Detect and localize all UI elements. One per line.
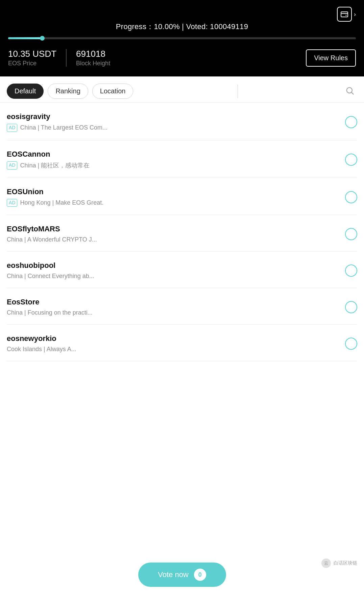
item-desc-text: Cook Islands | Always A... <box>7 346 76 353</box>
block-height-label: Block Height <box>76 60 110 67</box>
item-select-radio[interactable] <box>345 338 357 350</box>
item-desc-row: China | A Wonderful CRYPTO J... <box>7 236 340 243</box>
list-item-content: eosnewyorkioCook Islands | Always A... <box>7 334 340 353</box>
tab-default[interactable]: Default <box>7 84 44 99</box>
list-item[interactable]: eosnewyorkioCook Islands | Always A... <box>7 325 357 361</box>
eos-price-stat: 10.35 USDT EOS Price <box>8 49 56 67</box>
list-item-content: eoshuobipoolChina | Connect Everything a… <box>7 261 340 280</box>
item-desc-text: Hong Kong | Make EOS Great. <box>20 199 103 206</box>
header-top-row: › <box>8 7 356 22</box>
search-button[interactable] <box>342 83 357 99</box>
list-item-content: EOSflytoMARSChina | A Wonderful CRYPTO J… <box>7 225 340 243</box>
list-item-content: EOSCannonADChina | 能社区，感动常在 <box>7 150 340 169</box>
svg-point-1 <box>346 15 347 16</box>
list-item[interactable]: eoshuobipoolChina | Connect Everything a… <box>7 252 357 288</box>
item-desc-row: China | Connect Everything ab... <box>7 273 340 280</box>
item-name: eosisgravity <box>7 112 340 121</box>
progress-bar-fill <box>8 37 43 39</box>
ad-badge: AD <box>7 161 17 169</box>
item-desc-text: China | 能社区，感动常在 <box>20 161 90 169</box>
tab-location[interactable]: Location <box>92 84 134 99</box>
item-desc-text: China | A Wonderful CRYPTO J... <box>7 236 97 243</box>
block-height-stat: 691018 Block Height <box>76 49 110 67</box>
list-item[interactable]: EosStoreChina | Focusing on the practi..… <box>7 288 357 325</box>
item-name: eoshuobipool <box>7 261 340 270</box>
svg-rect-0 <box>341 12 348 17</box>
view-rules-button[interactable]: View Rules <box>306 49 356 67</box>
item-name: eosnewyorkio <box>7 334 340 343</box>
list-item[interactable]: eosisgravityADChina | The Largest EOS Co… <box>7 103 357 140</box>
item-desc-text: China | Connect Everything ab... <box>7 273 94 280</box>
list-item[interactable]: EOSUnionADHong Kong | Make EOS Great. <box>7 178 357 215</box>
item-select-radio[interactable] <box>345 116 357 128</box>
item-select-radio[interactable] <box>345 191 357 203</box>
item-desc-row: ADChina | The Largest EOS Com... <box>7 124 340 132</box>
list-item[interactable]: EOSflytoMARSChina | A Wonderful CRYPTO J… <box>7 215 357 252</box>
item-select-radio[interactable] <box>345 154 357 166</box>
block-height-value: 691018 <box>76 49 110 59</box>
arrow-right-icon: › <box>354 11 356 18</box>
header-stats: 10.35 USDT EOS Price 691018 Block Height… <box>8 49 356 67</box>
eos-price-label: EOS Price <box>8 60 56 67</box>
stat-divider <box>66 49 67 67</box>
item-desc-row: China | Focusing on the practi... <box>7 309 340 316</box>
list-item-content: EosStoreChina | Focusing on the practi..… <box>7 298 340 316</box>
wallet-icon[interactable] <box>337 7 352 22</box>
list-container: eosisgravityADChina | The Largest EOS Co… <box>0 103 364 361</box>
item-desc-text: China | The Largest EOS Com... <box>20 124 107 131</box>
ad-badge: AD <box>7 124 17 132</box>
svg-line-3 <box>351 92 353 94</box>
item-select-radio[interactable] <box>345 265 357 277</box>
header: › Progress：10.00% | Voted: 100049119 10.… <box>0 0 364 76</box>
tabs-search-divider <box>238 85 238 98</box>
item-desc-row: ADHong Kong | Make EOS Great. <box>7 199 340 207</box>
tab-ranking[interactable]: Ranking <box>48 84 88 99</box>
item-name: EOSflytoMARS <box>7 225 340 233</box>
progress-text: Progress：10.00% | Voted: 100049119 <box>8 22 356 32</box>
list-item[interactable]: EOSCannonADChina | 能社区，感动常在 <box>7 140 357 178</box>
progress-bar-track <box>8 37 356 39</box>
item-desc-text: China | Focusing on the practi... <box>7 309 93 316</box>
tabs-row: Default Ranking Location <box>0 76 364 103</box>
item-name: EOSCannon <box>7 150 340 159</box>
item-desc-row: Cook Islands | Always A... <box>7 346 340 353</box>
ad-badge: AD <box>7 199 17 207</box>
item-name: EOSUnion <box>7 187 340 196</box>
list-item-content: eosisgravityADChina | The Largest EOS Co… <box>7 112 340 132</box>
item-desc-row: ADChina | 能社区，感动常在 <box>7 161 340 169</box>
item-name: EosStore <box>7 298 340 306</box>
list-item-content: EOSUnionADHong Kong | Make EOS Great. <box>7 187 340 207</box>
item-select-radio[interactable] <box>345 228 357 240</box>
eos-price-value: 10.35 USDT <box>8 49 56 59</box>
item-select-radio[interactable] <box>345 301 357 313</box>
